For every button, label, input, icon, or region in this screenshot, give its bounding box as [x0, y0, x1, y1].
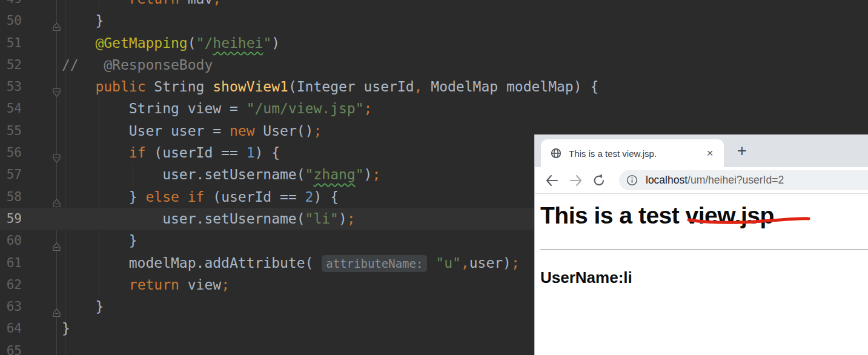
- line-number: 61: [4, 252, 22, 274]
- line-number: 53: [4, 76, 22, 98]
- browser-page-content: This is a test view.jsp UserName:li: [535, 194, 868, 354]
- code-line[interactable]: 52// @ResponseBody: [0, 54, 868, 76]
- code-line[interactable]: 51 @GetMapping("/heihei"): [0, 32, 868, 54]
- line-number: 52: [4, 54, 22, 76]
- tab-title: This is a test view.jsp.: [569, 148, 702, 159]
- url-path: /um/heihei?userId=2: [687, 174, 784, 186]
- browser-window: This is a test view.jsp. × + localhost/u…: [534, 134, 868, 355]
- fold-marker-icon[interactable]: [52, 16, 61, 25]
- forward-button[interactable]: [568, 173, 584, 188]
- line-number: 65: [4, 340, 22, 355]
- line-number: 51: [4, 32, 22, 54]
- code-line[interactable]: 50 }: [0, 10, 868, 32]
- new-tab-button[interactable]: +: [730, 134, 754, 167]
- fold-marker-icon[interactable]: [52, 82, 61, 91]
- line-number: 58: [4, 186, 22, 208]
- line-number: 57: [4, 164, 22, 185]
- fold-marker-icon[interactable]: [52, 302, 61, 311]
- page-heading: This is a test view.jsp: [540, 203, 868, 229]
- page-divider: [540, 249, 868, 250]
- code-line[interactable]: 54 String view = "/um/view.jsp";: [0, 98, 868, 119]
- browser-tabstrip: This is a test view.jsp. × +: [535, 134, 868, 167]
- line-number: 59: [4, 208, 22, 230]
- back-button[interactable]: [544, 173, 560, 188]
- line-number: 49: [4, 0, 22, 10]
- line-number: 55: [4, 120, 22, 142]
- line-number: 56: [4, 142, 22, 164]
- line-number: 64: [4, 317, 22, 339]
- line-number: 63: [4, 296, 22, 317]
- code-line[interactable]: 53 public String showView1(Integer userI…: [0, 76, 868, 98]
- code-line[interactable]: 49 return mav;: [0, 0, 868, 10]
- tab-close-icon[interactable]: ×: [702, 147, 718, 160]
- browser-toolbar: localhost/um/heihei?userId=2: [535, 167, 868, 194]
- line-number: 60: [4, 230, 22, 251]
- fold-marker-icon[interactable]: [52, 148, 61, 158]
- info-icon[interactable]: [626, 174, 638, 186]
- fold-marker-icon[interactable]: [52, 192, 61, 202]
- line-number: 54: [4, 98, 22, 119]
- line-number: 62: [4, 274, 22, 296]
- line-number: 50: [4, 10, 22, 32]
- fold-marker-icon[interactable]: [52, 236, 61, 245]
- url-text[interactable]: localhost/um/heihei?userId=2: [646, 174, 784, 187]
- globe-favicon-icon: [551, 148, 562, 159]
- address-bar[interactable]: localhost/um/heihei?userId=2: [619, 170, 868, 190]
- browser-tab[interactable]: This is a test view.jsp. ×: [541, 139, 724, 167]
- reload-button[interactable]: [591, 173, 607, 188]
- url-host: localhost: [646, 174, 687, 186]
- page-username-text: UserName:li: [540, 268, 868, 287]
